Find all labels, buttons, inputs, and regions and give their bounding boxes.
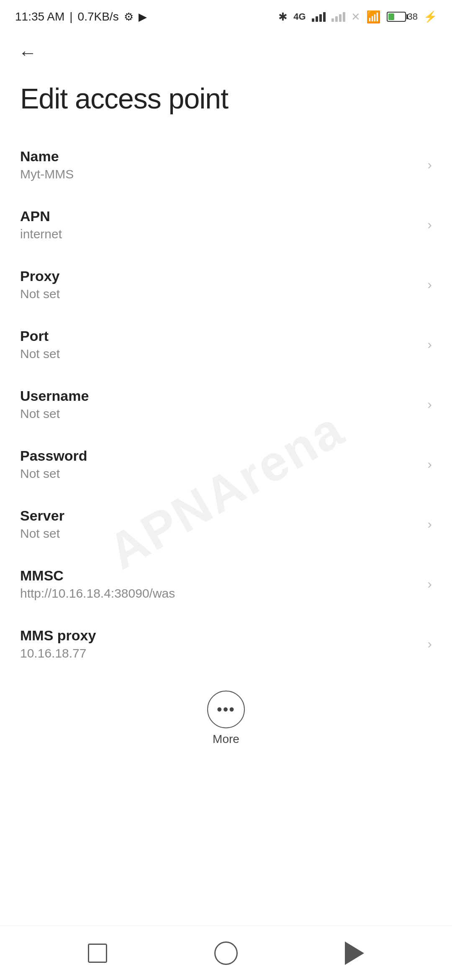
settings-item-value: Not set bbox=[20, 526, 419, 541]
settings-item-content: APN internet bbox=[20, 208, 419, 241]
settings-item-label: Password bbox=[20, 448, 419, 464]
status-bar-right: ✱ 4G ✕ 📶 38 ⚡ bbox=[278, 10, 437, 24]
chevron-right-icon: › bbox=[427, 576, 432, 592]
page-title: Edit access point bbox=[0, 72, 452, 135]
settings-item-value: Not set bbox=[20, 347, 419, 361]
settings-item-content: MMSC http://10.16.18.4:38090/was bbox=[20, 567, 419, 601]
settings-item-label: MMS proxy bbox=[20, 627, 419, 644]
charging-icon: ⚡ bbox=[424, 10, 437, 23]
bluetooth-icon: ✱ bbox=[278, 10, 288, 23]
signal-bars-1 bbox=[312, 12, 326, 22]
settings-item-label: Server bbox=[20, 508, 419, 524]
settings-item-value: Not set bbox=[20, 407, 419, 421]
speed-display: 0.7KB/s bbox=[78, 10, 119, 23]
chevron-right-icon: › bbox=[427, 277, 432, 292]
settings-item-label: Proxy bbox=[20, 268, 419, 284]
settings-item-content: MMS proxy 10.16.18.77 bbox=[20, 627, 419, 660]
signal-bars-2 bbox=[331, 12, 345, 22]
chevron-right-icon: › bbox=[427, 217, 432, 232]
settings-item-value: 10.16.18.77 bbox=[20, 646, 419, 660]
nav-back-button[interactable] bbox=[338, 936, 371, 970]
settings-item-value: Not set bbox=[20, 287, 419, 301]
settings-item-content: Name Myt-MMS bbox=[20, 148, 419, 181]
back-button[interactable]: ← bbox=[15, 40, 40, 65]
settings-item[interactable]: MMSC http://10.16.18.4:38090/was › bbox=[0, 554, 452, 614]
settings-item[interactable]: Server Not set › bbox=[0, 494, 452, 554]
battery-icon bbox=[387, 12, 406, 22]
settings-item-content: Server Not set bbox=[20, 508, 419, 541]
settings-item-content: Port Not set bbox=[20, 328, 419, 361]
settings-item[interactable]: Proxy Not set › bbox=[0, 255, 452, 315]
settings-item-value: Not set bbox=[20, 467, 419, 481]
recents-icon bbox=[88, 944, 107, 963]
nav-bar bbox=[0, 926, 452, 980]
more-dots-icon: ••• bbox=[217, 702, 235, 717]
settings-item-label: APN bbox=[20, 208, 419, 224]
chevron-right-icon: › bbox=[427, 157, 432, 173]
time-display: 11:35 AM bbox=[15, 10, 64, 23]
settings-item-label: Name bbox=[20, 148, 419, 165]
battery-percent: 38 bbox=[408, 11, 418, 22]
settings-item-value: http://10.16.18.4:38090/was bbox=[20, 586, 419, 601]
settings-item-content: Username Not set bbox=[20, 388, 419, 421]
network-4g-label: 4G bbox=[293, 11, 306, 22]
nav-recents-button[interactable] bbox=[81, 936, 114, 970]
status-bar: 11:35 AM | 0.7KB/s ⚙ ▶ ✱ 4G ✕ 📶 38 ⚡ bbox=[0, 0, 452, 30]
settings-item-value: internet bbox=[20, 227, 419, 241]
settings-item-label: MMSC bbox=[20, 567, 419, 584]
speed-separator: | bbox=[69, 10, 72, 23]
more-icon-circle: ••• bbox=[207, 691, 245, 728]
battery-fill bbox=[388, 13, 394, 20]
more-section: ••• More bbox=[0, 674, 452, 754]
settings-item[interactable]: APN internet › bbox=[0, 195, 452, 255]
back-icon bbox=[345, 941, 364, 965]
toolbar: ← bbox=[0, 30, 452, 72]
settings-item-value: Myt-MMS bbox=[20, 167, 419, 181]
wifi-icon: 📶 bbox=[366, 10, 381, 24]
settings-item[interactable]: Name Myt-MMS › bbox=[0, 135, 452, 195]
chevron-right-icon: › bbox=[427, 397, 432, 412]
settings-item-label: Port bbox=[20, 328, 419, 344]
settings-list: Name Myt-MMS › APN internet › Proxy Not … bbox=[0, 135, 452, 674]
back-arrow-icon: ← bbox=[18, 42, 37, 63]
battery-container: 38 bbox=[387, 11, 418, 22]
more-button[interactable]: ••• More bbox=[207, 691, 245, 746]
chevron-right-icon: › bbox=[427, 516, 432, 532]
settings-item[interactable]: MMS proxy 10.16.18.77 › bbox=[0, 614, 452, 674]
home-icon bbox=[214, 941, 238, 965]
settings-item[interactable]: Password Not set › bbox=[0, 434, 452, 494]
settings-item-content: Proxy Not set bbox=[20, 268, 419, 301]
more-label: More bbox=[213, 732, 239, 746]
camera-icon: ▶ bbox=[139, 10, 147, 23]
chevron-right-icon: › bbox=[427, 337, 432, 352]
settings-item[interactable]: Port Not set › bbox=[0, 315, 452, 374]
status-bar-left: 11:35 AM | 0.7KB/s ⚙ ▶ bbox=[15, 10, 147, 23]
no-signal-icon: ✕ bbox=[351, 10, 360, 23]
chevron-right-icon: › bbox=[427, 636, 432, 652]
nav-home-button[interactable] bbox=[209, 936, 243, 970]
chevron-right-icon: › bbox=[427, 456, 432, 472]
settings-item-content: Password Not set bbox=[20, 448, 419, 481]
settings-item[interactable]: Username Not set › bbox=[0, 374, 452, 434]
settings-item-label: Username bbox=[20, 388, 419, 404]
settings-icon: ⚙ bbox=[124, 10, 134, 23]
